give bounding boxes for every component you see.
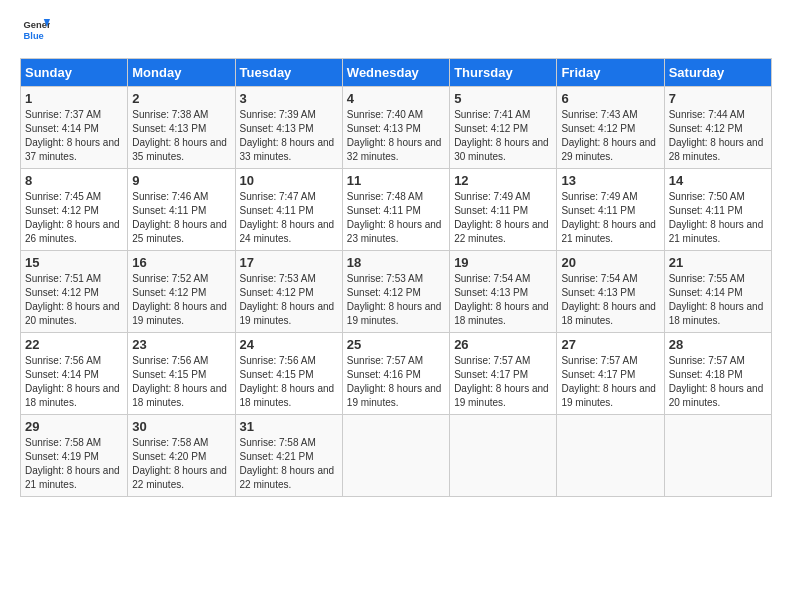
day-cell: 22Sunrise: 7:56 AMSunset: 4:14 PMDayligh… xyxy=(21,333,128,415)
day-number: 27 xyxy=(561,337,659,352)
day-number: 22 xyxy=(25,337,123,352)
day-info: Sunrise: 7:37 AMSunset: 4:14 PMDaylight:… xyxy=(25,109,120,162)
day-cell: 11Sunrise: 7:48 AMSunset: 4:11 PMDayligh… xyxy=(342,169,449,251)
day-cell xyxy=(450,415,557,497)
col-header-thursday: Thursday xyxy=(450,59,557,87)
day-cell: 13Sunrise: 7:49 AMSunset: 4:11 PMDayligh… xyxy=(557,169,664,251)
day-info: Sunrise: 7:57 AMSunset: 4:17 PMDaylight:… xyxy=(561,355,656,408)
day-number: 21 xyxy=(669,255,767,270)
day-info: Sunrise: 7:55 AMSunset: 4:14 PMDaylight:… xyxy=(669,273,764,326)
day-info: Sunrise: 7:53 AMSunset: 4:12 PMDaylight:… xyxy=(240,273,335,326)
day-cell: 3Sunrise: 7:39 AMSunset: 4:13 PMDaylight… xyxy=(235,87,342,169)
day-info: Sunrise: 7:40 AMSunset: 4:13 PMDaylight:… xyxy=(347,109,442,162)
col-header-tuesday: Tuesday xyxy=(235,59,342,87)
day-info: Sunrise: 7:46 AMSunset: 4:11 PMDaylight:… xyxy=(132,191,227,244)
day-number: 13 xyxy=(561,173,659,188)
day-number: 23 xyxy=(132,337,230,352)
day-number: 3 xyxy=(240,91,338,106)
day-number: 31 xyxy=(240,419,338,434)
day-cell: 30Sunrise: 7:58 AMSunset: 4:20 PMDayligh… xyxy=(128,415,235,497)
day-info: Sunrise: 7:58 AMSunset: 4:21 PMDaylight:… xyxy=(240,437,335,490)
day-info: Sunrise: 7:56 AMSunset: 4:15 PMDaylight:… xyxy=(132,355,227,408)
day-cell: 19Sunrise: 7:54 AMSunset: 4:13 PMDayligh… xyxy=(450,251,557,333)
week-row-1: 1Sunrise: 7:37 AMSunset: 4:14 PMDaylight… xyxy=(21,87,772,169)
day-number: 15 xyxy=(25,255,123,270)
day-number: 11 xyxy=(347,173,445,188)
day-number: 8 xyxy=(25,173,123,188)
col-header-sunday: Sunday xyxy=(21,59,128,87)
day-info: Sunrise: 7:44 AMSunset: 4:12 PMDaylight:… xyxy=(669,109,764,162)
calendar-table: SundayMondayTuesdayWednesdayThursdayFrid… xyxy=(20,58,772,497)
day-number: 10 xyxy=(240,173,338,188)
col-header-friday: Friday xyxy=(557,59,664,87)
day-info: Sunrise: 7:52 AMSunset: 4:12 PMDaylight:… xyxy=(132,273,227,326)
logo: General Blue xyxy=(20,16,50,48)
day-cell: 25Sunrise: 7:57 AMSunset: 4:16 PMDayligh… xyxy=(342,333,449,415)
day-cell: 16Sunrise: 7:52 AMSunset: 4:12 PMDayligh… xyxy=(128,251,235,333)
day-number: 7 xyxy=(669,91,767,106)
day-cell: 10Sunrise: 7:47 AMSunset: 4:11 PMDayligh… xyxy=(235,169,342,251)
day-number: 29 xyxy=(25,419,123,434)
day-cell xyxy=(342,415,449,497)
day-number: 17 xyxy=(240,255,338,270)
day-info: Sunrise: 7:43 AMSunset: 4:12 PMDaylight:… xyxy=(561,109,656,162)
day-cell xyxy=(557,415,664,497)
day-cell: 31Sunrise: 7:58 AMSunset: 4:21 PMDayligh… xyxy=(235,415,342,497)
day-info: Sunrise: 7:47 AMSunset: 4:11 PMDaylight:… xyxy=(240,191,335,244)
day-cell: 14Sunrise: 7:50 AMSunset: 4:11 PMDayligh… xyxy=(664,169,771,251)
svg-text:Blue: Blue xyxy=(24,31,44,41)
header-row: SundayMondayTuesdayWednesdayThursdayFrid… xyxy=(21,59,772,87)
day-cell: 2Sunrise: 7:38 AMSunset: 4:13 PMDaylight… xyxy=(128,87,235,169)
day-info: Sunrise: 7:56 AMSunset: 4:14 PMDaylight:… xyxy=(25,355,120,408)
day-info: Sunrise: 7:57 AMSunset: 4:17 PMDaylight:… xyxy=(454,355,549,408)
day-info: Sunrise: 7:56 AMSunset: 4:15 PMDaylight:… xyxy=(240,355,335,408)
day-info: Sunrise: 7:49 AMSunset: 4:11 PMDaylight:… xyxy=(454,191,549,244)
day-number: 24 xyxy=(240,337,338,352)
day-cell: 24Sunrise: 7:56 AMSunset: 4:15 PMDayligh… xyxy=(235,333,342,415)
logo-icon: General Blue xyxy=(22,16,50,44)
day-info: Sunrise: 7:51 AMSunset: 4:12 PMDaylight:… xyxy=(25,273,120,326)
col-header-saturday: Saturday xyxy=(664,59,771,87)
day-info: Sunrise: 7:58 AMSunset: 4:19 PMDaylight:… xyxy=(25,437,120,490)
day-number: 18 xyxy=(347,255,445,270)
day-cell: 1Sunrise: 7:37 AMSunset: 4:14 PMDaylight… xyxy=(21,87,128,169)
day-info: Sunrise: 7:57 AMSunset: 4:18 PMDaylight:… xyxy=(669,355,764,408)
day-info: Sunrise: 7:41 AMSunset: 4:12 PMDaylight:… xyxy=(454,109,549,162)
day-info: Sunrise: 7:57 AMSunset: 4:16 PMDaylight:… xyxy=(347,355,442,408)
week-row-2: 8Sunrise: 7:45 AMSunset: 4:12 PMDaylight… xyxy=(21,169,772,251)
day-cell: 21Sunrise: 7:55 AMSunset: 4:14 PMDayligh… xyxy=(664,251,771,333)
day-number: 19 xyxy=(454,255,552,270)
day-cell: 5Sunrise: 7:41 AMSunset: 4:12 PMDaylight… xyxy=(450,87,557,169)
day-number: 26 xyxy=(454,337,552,352)
day-info: Sunrise: 7:54 AMSunset: 4:13 PMDaylight:… xyxy=(561,273,656,326)
week-row-5: 29Sunrise: 7:58 AMSunset: 4:19 PMDayligh… xyxy=(21,415,772,497)
day-number: 25 xyxy=(347,337,445,352)
page: General Blue SundayMondayTuesdayWednesda… xyxy=(0,0,792,612)
header: General Blue xyxy=(20,16,772,48)
col-header-wednesday: Wednesday xyxy=(342,59,449,87)
day-cell: 28Sunrise: 7:57 AMSunset: 4:18 PMDayligh… xyxy=(664,333,771,415)
week-row-4: 22Sunrise: 7:56 AMSunset: 4:14 PMDayligh… xyxy=(21,333,772,415)
day-cell: 20Sunrise: 7:54 AMSunset: 4:13 PMDayligh… xyxy=(557,251,664,333)
day-number: 4 xyxy=(347,91,445,106)
day-cell: 17Sunrise: 7:53 AMSunset: 4:12 PMDayligh… xyxy=(235,251,342,333)
day-number: 5 xyxy=(454,91,552,106)
day-number: 20 xyxy=(561,255,659,270)
day-number: 16 xyxy=(132,255,230,270)
day-info: Sunrise: 7:39 AMSunset: 4:13 PMDaylight:… xyxy=(240,109,335,162)
day-cell: 7Sunrise: 7:44 AMSunset: 4:12 PMDaylight… xyxy=(664,87,771,169)
day-number: 30 xyxy=(132,419,230,434)
day-info: Sunrise: 7:58 AMSunset: 4:20 PMDaylight:… xyxy=(132,437,227,490)
day-cell: 23Sunrise: 7:56 AMSunset: 4:15 PMDayligh… xyxy=(128,333,235,415)
col-header-monday: Monday xyxy=(128,59,235,87)
day-info: Sunrise: 7:53 AMSunset: 4:12 PMDaylight:… xyxy=(347,273,442,326)
day-info: Sunrise: 7:48 AMSunset: 4:11 PMDaylight:… xyxy=(347,191,442,244)
day-cell: 8Sunrise: 7:45 AMSunset: 4:12 PMDaylight… xyxy=(21,169,128,251)
day-info: Sunrise: 7:50 AMSunset: 4:11 PMDaylight:… xyxy=(669,191,764,244)
week-row-3: 15Sunrise: 7:51 AMSunset: 4:12 PMDayligh… xyxy=(21,251,772,333)
day-info: Sunrise: 7:49 AMSunset: 4:11 PMDaylight:… xyxy=(561,191,656,244)
day-number: 1 xyxy=(25,91,123,106)
day-number: 14 xyxy=(669,173,767,188)
day-number: 28 xyxy=(669,337,767,352)
day-number: 6 xyxy=(561,91,659,106)
